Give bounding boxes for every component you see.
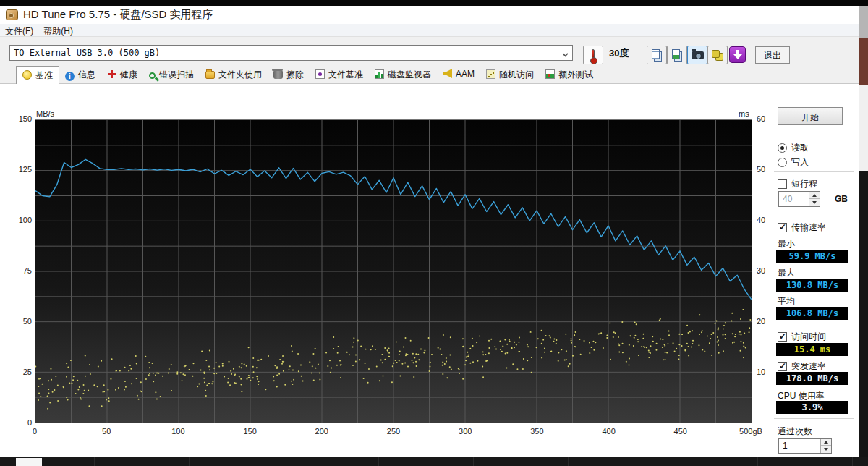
- passes-spinner[interactable]: 1: [778, 438, 832, 454]
- copy-image-button[interactable]: [667, 46, 687, 64]
- right-axis-unit: ms: [739, 109, 749, 118]
- access-time-checkbox[interactable]: 访问时间: [778, 331, 826, 343]
- hdtune-app-icon: [6, 9, 18, 20]
- max-value-display: 130.8 MB/s: [776, 279, 848, 292]
- tab-基准[interactable]: 基准: [16, 66, 59, 85]
- checkbox-on-icon: [778, 362, 787, 371]
- tab-label: 信息: [78, 69, 95, 80]
- min-value-display: 59.9 MB/s: [776, 250, 848, 263]
- temperature-button[interactable]: [583, 46, 603, 64]
- axis-tick-label: 250: [387, 427, 400, 436]
- taskbar[interactable]: [0, 457, 868, 466]
- checkbox-on-icon: [778, 223, 787, 232]
- spin-up-icon[interactable]: [821, 439, 831, 446]
- axis-tick-label: 40: [757, 216, 765, 224]
- avg-label: 平均: [778, 295, 795, 308]
- tab-label: AAM: [456, 69, 475, 79]
- info-icon: [65, 72, 75, 81]
- axis-tick-label: 150: [243, 427, 256, 436]
- tab-错误扫描[interactable]: 错误扫描: [143, 66, 200, 83]
- tab-AAM[interactable]: AAM: [437, 66, 480, 83]
- axis-tick-label: 60: [757, 114, 765, 123]
- spin-down-icon[interactable]: [821, 446, 831, 453]
- start-button[interactable]: 开始: [778, 107, 843, 125]
- axis-tick-label: 300: [459, 427, 472, 436]
- burst-rate-checkbox[interactable]: 突发速率: [778, 360, 826, 373]
- tab-bar: 基准信息健康错误扫描文件夹使用擦除文件基准磁盘监视器AAM随机访问额外测试: [0, 66, 859, 84]
- burst-rate-display: 178.0 MB/s: [776, 372, 848, 385]
- error-scan-icon: [149, 72, 156, 79]
- desktop: HD Tune Pro 5.75 - 硬盘/SSD 实用程序 文件(F)帮助(H…: [0, 0, 868, 466]
- window-title: HD Tune Pro 5.75 - 硬盘/SSD 实用程序: [23, 8, 213, 22]
- background-segment: [859, 171, 868, 457]
- folder-usage-icon: [205, 71, 215, 79]
- avg-value-display: 106.8 MB/s: [776, 307, 848, 320]
- axis-tick-label: 50: [23, 317, 32, 326]
- taskbar-item[interactable]: [16, 458, 42, 466]
- tab-额外测试[interactable]: 额外测试: [540, 66, 599, 83]
- spinner-buttons[interactable]: [820, 439, 831, 453]
- left-axis-unit: MB/s: [36, 109, 54, 118]
- spinner-buttons[interactable]: [809, 192, 820, 206]
- tab-信息[interactable]: 信息: [59, 66, 101, 83]
- health-icon: [107, 69, 116, 79]
- tab-label: 文件基准: [328, 69, 363, 80]
- tab-磁盘监视器[interactable]: 磁盘监视器: [369, 66, 437, 83]
- radio-off-icon: [778, 158, 787, 167]
- max-label: 最大: [778, 267, 795, 279]
- download-icon: [729, 46, 746, 63]
- divider: [774, 418, 854, 419]
- tab-擦除[interactable]: 擦除: [268, 66, 310, 83]
- copy-text-icon: [652, 49, 660, 59]
- tab-label: 健康: [120, 69, 137, 80]
- disk-monitor-icon: [375, 69, 384, 79]
- download-button[interactable]: [728, 46, 748, 64]
- tab-健康[interactable]: 健康: [101, 66, 143, 83]
- tab-label: 额外测试: [558, 69, 593, 80]
- transfer-rate-checkbox[interactable]: 传输速率: [778, 221, 826, 234]
- axis-tick-label: 0: [27, 418, 32, 427]
- short-stroke-size-spinner[interactable]: 40: [778, 191, 820, 207]
- radio-on-icon: [778, 143, 787, 153]
- write-radio-label: 写入: [791, 157, 809, 167]
- tab-随机访问[interactable]: 随机访问: [480, 66, 540, 83]
- access-time-label: 访问时间: [791, 331, 826, 342]
- tab-文件基准[interactable]: 文件基准: [310, 66, 369, 83]
- random-access-icon: [486, 69, 495, 79]
- erase-icon: [273, 71, 283, 79]
- benchmark-plot: [35, 120, 752, 423]
- tab-label: 磁盘监视器: [388, 69, 431, 80]
- axis-tick-label: 200: [315, 427, 328, 436]
- spin-down-icon[interactable]: [809, 199, 820, 206]
- axis-tick-label: 10: [757, 368, 765, 376]
- read-radio[interactable]: 读取: [778, 142, 809, 154]
- screenshot-button[interactable]: [687, 46, 707, 64]
- burst-rate-label: 突发速率: [791, 361, 826, 371]
- exit-button[interactable]: 退出: [755, 46, 790, 64]
- menu-bar: 文件(F)帮助(H): [0, 24, 859, 36]
- save-button[interactable]: [707, 46, 728, 64]
- axis-tick-label: 25: [23, 368, 32, 376]
- background-segment: [859, 85, 868, 171]
- hdtune-window: HD Tune Pro 5.75 - 硬盘/SSD 实用程序 文件(F)帮助(H…: [0, 6, 859, 457]
- save-icon: [712, 50, 720, 58]
- title-bar: HD Tune Pro 5.75 - 硬盘/SSD 实用程序: [0, 6, 859, 24]
- tab-文件夹使用[interactable]: 文件夹使用: [200, 66, 268, 83]
- tab-label: 擦除: [286, 69, 304, 80]
- axis-tick-label: 350: [530, 427, 543, 436]
- copy-text-button[interactable]: [647, 46, 667, 64]
- passes-value: 1: [783, 441, 788, 451]
- spin-up-icon[interactable]: [809, 192, 820, 199]
- drive-select[interactable]: TO External USB 3.0 (500 gB): [9, 45, 573, 61]
- extra-tests-icon: [545, 69, 555, 79]
- divider: [774, 135, 854, 135]
- transfer-rate-label: 传输速率: [791, 222, 826, 232]
- axis-tick-label: 30: [757, 266, 765, 275]
- temperature-value: 30度: [609, 47, 629, 60]
- background-right-strip: [859, 6, 868, 457]
- access-time-display: 15.4 ms: [776, 343, 848, 356]
- axis-tick-label: 100: [171, 427, 184, 436]
- write-radio[interactable]: 写入: [778, 156, 809, 169]
- short-stroke-checkbox[interactable]: 短行程: [778, 178, 817, 190]
- tab-label: 随机访问: [499, 69, 534, 80]
